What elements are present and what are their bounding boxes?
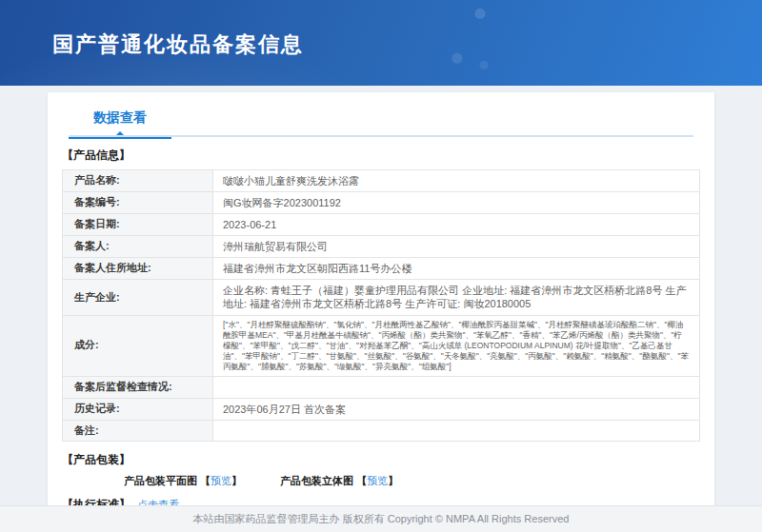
field-value: 2023-06-21 — [213, 214, 700, 236]
field-label: 备案人住所地址: — [63, 258, 213, 280]
field-value — [213, 376, 700, 398]
table-row: 成分: ["水"、"月桂醇聚醚硫酸酯钠"、"氯化钠"、"月桂酰两性基乙酸钠"、"… — [63, 315, 700, 376]
field-label: 历史记录: — [63, 398, 213, 420]
packaging-item: 产品包装立体图 【预览】 — [280, 474, 398, 488]
table-row: 生产企业: 企业名称: 青蛙王子（福建）婴童护理用品有限公司 企业地址: 福建省… — [63, 280, 700, 315]
field-value: 闽G妆网备字2023001192 — [213, 192, 700, 214]
packaging-item-label: 产品包装立体图 — [280, 475, 353, 486]
table-row: 备案人住所地址: 福建省漳州市龙文区朝阳西路11号办公楼 — [63, 258, 700, 280]
tab-data-view[interactable]: 数据查看 — [69, 109, 171, 137]
section-product-package-title: 【产品包装】 — [62, 452, 700, 468]
field-value — [213, 420, 700, 442]
packaging-preview-link[interactable]: 预览 — [367, 475, 388, 486]
page-header: 国产普通化妆品备案信息 — [0, 0, 762, 86]
table-row: 备注: — [63, 420, 700, 442]
tab-bar: 数据查看 — [69, 92, 693, 137]
field-value: 啵啵小猫儿童舒爽洗发沐浴露 — [213, 170, 700, 192]
field-value: ["水"、"月桂醇聚醚硫酸酯钠"、"氯化钠"、"月桂酰两性基乙酸钠"、"椰油酰胺… — [213, 315, 700, 376]
field-label: 成分: — [63, 315, 213, 376]
field-label: 备注: — [63, 420, 213, 442]
packaging-item: 产品包装平面图 【预览】 — [124, 474, 242, 488]
tab-rail-divider — [69, 135, 693, 137]
section-product-info-title: 【产品信息】 — [62, 148, 700, 164]
field-label: 备案日期: — [63, 214, 213, 236]
field-value: 2023年06月27日 首次备案 — [213, 398, 700, 420]
page-footer: 本站由国家药品监督管理局主办 版权所有 Copyright © NMPA All… — [0, 505, 762, 532]
field-label: 备案编号: — [63, 192, 213, 214]
table-row: 备案编号: 闽G妆网备字2023001192 — [63, 192, 700, 214]
product-info-table-body: 产品名称: 啵啵小猫儿童舒爽洗发沐浴露 备案编号: 闽G妆网备字20230011… — [63, 170, 700, 442]
packaging-item-label: 产品包装平面图 — [124, 475, 197, 486]
field-value: 福建省漳州市龙文区朝阳西路11号办公楼 — [213, 258, 700, 280]
page-title: 国产普通化妆品备案信息 — [52, 30, 304, 59]
packaging-links-row: 产品包装平面图 【预览】 产品包装立体图 【预览】 — [124, 474, 700, 488]
table-row: 历史记录: 2023年06月27日 首次备案 — [63, 398, 700, 420]
field-label: 备案人: — [63, 236, 213, 258]
table-row: 备案后监督检查情况: — [63, 376, 700, 398]
table-row: 备案人: 漳州瑞航贸易有限公司 — [63, 236, 700, 258]
field-label: 产品名称: — [63, 170, 213, 192]
field-label: 备案后监督检查情况: — [63, 376, 213, 398]
field-value: 漳州瑞航贸易有限公司 — [213, 236, 700, 258]
content-card: 数据查看 【产品信息】 产品名称: 啵啵小猫儿童舒爽洗发沐浴露 备案编号: 闽G… — [48, 92, 714, 532]
table-row: 产品名称: 啵啵小猫儿童舒爽洗发沐浴露 — [63, 170, 700, 192]
bracket-open: 【 — [356, 475, 367, 486]
bracket-close: 】 — [231, 475, 242, 486]
field-value: 企业名称: 青蛙王子（福建）婴童护理用品有限公司 企业地址: 福建省漳州市龙文区… — [213, 280, 700, 315]
bracket-open: 【 — [200, 475, 211, 486]
packaging-preview-link[interactable]: 预览 — [211, 475, 231, 486]
product-info-table: 产品名称: 啵啵小猫儿童舒爽洗发沐浴露 备案编号: 闽G妆网备字20230011… — [62, 169, 700, 442]
bracket-close: 】 — [388, 475, 398, 486]
footer-copyright-text: 本站由国家药品监督管理局主办 版权所有 Copyright © NMPA All… — [193, 513, 570, 524]
field-label: 生产企业: — [63, 280, 213, 315]
table-row: 备案日期: 2023-06-21 — [63, 214, 700, 236]
tab-data-view-label: 数据查看 — [93, 109, 147, 125]
